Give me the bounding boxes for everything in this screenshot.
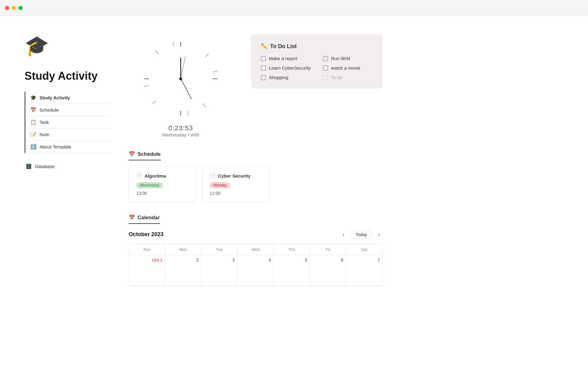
checkbox-run-5km[interactable] — [323, 56, 328, 61]
schedule-title: Schedule — [138, 151, 161, 157]
calendar-cell[interactable]: 3 — [201, 255, 237, 286]
sidebar-item-label: Schedule — [40, 107, 59, 113]
todo-icon: ✏️ — [261, 43, 268, 50]
cal-date: 6 — [312, 258, 343, 263]
sidebar-item-task[interactable]: 📋 Task — [25, 116, 110, 128]
calendar-grid: Sun Mon Tue Wed Thu Fri Sat Oct 1 2 3 4 … — [129, 244, 383, 286]
maximize-button[interactable] — [18, 6, 23, 10]
svg-line-4 — [205, 53, 209, 57]
card-time: 11:00 — [210, 191, 262, 196]
day-header-mon: Mon — [165, 244, 201, 255]
calendar-next-button[interactable]: › — [376, 230, 383, 239]
sidebar-item-label: Task — [40, 120, 49, 125]
schedule-tab[interactable]: 📅 Schedule — [129, 151, 161, 160]
todo-label: To-do — [331, 75, 343, 80]
cal-date: 3 — [204, 258, 235, 263]
checkbox-make-report[interactable] — [261, 56, 266, 61]
todo-widget: ✏️ To Do List Make a report Run 5KM — [251, 34, 383, 89]
minimize-button[interactable] — [12, 6, 16, 10]
clock-time: 0:23:53 — [168, 124, 193, 132]
calendar-cell[interactable]: Oct 1 — [129, 255, 165, 286]
card-title: 📄 Cyber Security — [210, 173, 262, 178]
todo-item-make-report[interactable]: Make a report — [261, 56, 311, 61]
sidebar-item-database[interactable]: 🗄️ Database — [24, 160, 110, 172]
todo-item-run-5km[interactable]: Run 5KM — [323, 56, 373, 61]
todo-label: watch a movie — [331, 65, 360, 71]
calendar-body: Oct 1 2 3 4 5 6 7 — [129, 255, 382, 286]
calendar-cell[interactable]: 2 — [165, 255, 201, 286]
checkbox-watch-movie[interactable] — [323, 66, 328, 71]
task-icon: 📋 — [30, 119, 36, 125]
calendar-header: October 2023 ‹ Today › — [129, 230, 383, 239]
calendar-cell[interactable]: 5 — [274, 255, 310, 286]
day-header-tue: Tue — [201, 244, 237, 255]
database-icon: 🗄️ — [26, 163, 32, 169]
card-name: Algoritma — [145, 173, 166, 178]
day-header-sun: Sun — [129, 244, 165, 255]
svg-line-14 — [181, 57, 185, 79]
schedule-widget: 📅 Schedule 📄 Algoritma Wednesday 13:00 📄 — [129, 151, 383, 202]
schedule-card-algoritma[interactable]: 📄 Algoritma Wednesday 13:00 — [129, 167, 196, 202]
card-time: 13:00 — [136, 191, 188, 196]
about-icon: ℹ️ — [30, 144, 36, 150]
sidebar-database-label: Database — [35, 164, 55, 169]
clock-widget: 0:23:53 Wednesday • WIB — [129, 34, 233, 139]
todo-header: ✏️ To Do List — [261, 43, 373, 50]
calendar-icon: 📅 — [129, 214, 135, 221]
sidebar-item-about-template[interactable]: ℹ️ About Template — [25, 141, 110, 153]
todo-label: Make a report — [269, 56, 297, 61]
todo-item-shopping[interactable]: Shopping — [261, 75, 311, 80]
card-badge: Monday — [210, 182, 230, 188]
cal-date: Oct 1 — [131, 258, 162, 263]
nav-menu: 🎓 Study Activity 📅 Schedule 📋 Task 📝 Not… — [24, 92, 110, 153]
checkbox-shopping[interactable] — [261, 75, 266, 80]
schedule-cards: 📄 Algoritma Wednesday 13:00 📄 Cyber Secu… — [129, 167, 383, 202]
svg-line-5 — [213, 70, 217, 73]
calendar-cell[interactable]: 6 — [310, 255, 346, 286]
card-icon: 📄 — [210, 173, 216, 178]
svg-line-13 — [181, 79, 191, 99]
schedule-icon: 📅 — [129, 151, 135, 157]
calendar-widget: 📅 Calendar October 2023 ‹ Today › Sun Mo… — [129, 214, 383, 286]
titlebar — [0, 0, 588, 16]
todo-title: To Do List — [270, 43, 297, 50]
checkbox-todo[interactable] — [323, 75, 328, 80]
day-header-thu: Thu — [274, 244, 310, 255]
sidebar-item-note[interactable]: 📝 Note — [25, 128, 110, 141]
sidebar-item-label: Note — [40, 132, 49, 137]
calendar-days-header: Sun Mon Tue Wed Thu Fri Sat — [129, 244, 382, 255]
checkbox-learn-cybersecurity[interactable] — [261, 66, 266, 71]
sidebar: 🎓 Study Activity 🎓 Study Activity 📅 Sche… — [24, 34, 110, 286]
card-title: 📄 Algoritma — [136, 173, 188, 178]
page-title: Study Activity — [24, 70, 110, 82]
todo-item-todo[interactable]: To-do — [323, 75, 373, 80]
cal-date: 2 — [168, 258, 198, 263]
close-button[interactable] — [5, 6, 9, 10]
sidebar-item-study-activity[interactable]: 🎓 Study Activity — [25, 92, 110, 104]
clock-face — [138, 36, 224, 122]
day-header-wed: Wed — [238, 244, 274, 255]
todo-item-watch-movie[interactable]: watch a movie — [323, 65, 373, 71]
calendar-today-button[interactable]: Today — [350, 231, 372, 239]
svg-line-7 — [186, 111, 190, 116]
todo-item-learn-cybersecurity[interactable]: Learn CyberSecurity — [261, 65, 311, 71]
svg-line-6 — [202, 103, 206, 107]
calendar-cell[interactable]: 7 — [346, 255, 382, 286]
todo-list: Make a report Run 5KM Learn CyberSecurit… — [261, 56, 373, 80]
schedule-card-cyber-security[interactable]: 📄 Cyber Security Monday 11:00 — [202, 167, 270, 202]
clock-day: Wednesday • WIB — [162, 132, 199, 137]
svg-line-8 — [153, 100, 156, 105]
schedule-icon: 📅 — [30, 107, 36, 113]
svg-line-10 — [155, 51, 160, 54]
todo-label: Shopping — [269, 75, 288, 80]
sidebar-item-schedule[interactable]: 📅 Schedule — [25, 104, 110, 116]
day-header-sat: Sat — [346, 244, 382, 255]
svg-line-11 — [172, 42, 175, 46]
cal-date: 7 — [349, 258, 380, 263]
main-content: 0:23:53 Wednesday • WIB ✏️ To Do List Ma… — [129, 34, 383, 286]
cal-date: 4 — [240, 258, 271, 263]
calendar-prev-button[interactable]: ‹ — [340, 230, 347, 239]
calendar-tab[interactable]: 📅 Calendar — [129, 214, 160, 224]
svg-point-15 — [179, 77, 182, 80]
calendar-cell[interactable]: 4 — [238, 255, 274, 286]
